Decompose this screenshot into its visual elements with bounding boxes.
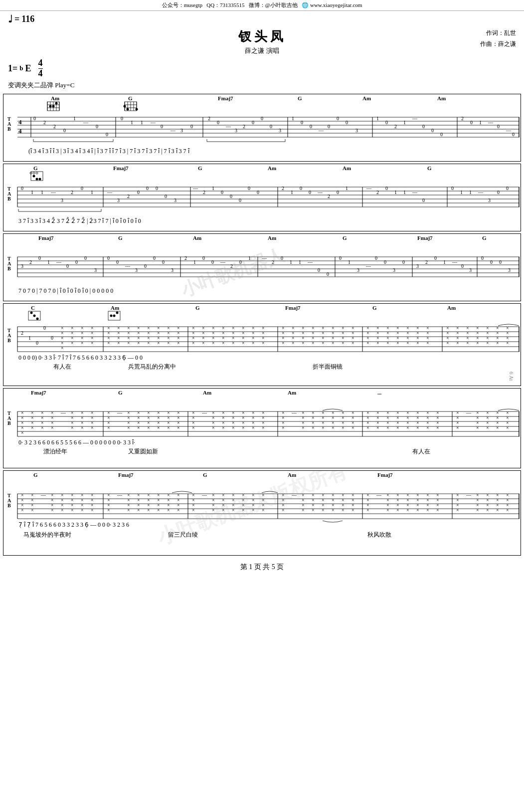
svg-text:—: — xyxy=(201,410,207,415)
svg-text:Fmaj7: Fmaj7 xyxy=(118,472,134,478)
svg-text:×: × xyxy=(406,507,409,513)
svg-text:×: × xyxy=(406,340,409,346)
svg-text:1: 1 xyxy=(469,190,472,195)
svg-text:×: × xyxy=(322,425,325,430)
svg-text:1: 1 xyxy=(212,186,214,191)
svg-point-14 xyxy=(49,105,52,107)
svg-text:×: × xyxy=(71,507,74,513)
svg-text:C: C xyxy=(31,305,35,311)
svg-text:小叶歌机器人: 小叶歌机器人 xyxy=(178,244,288,299)
svg-text:×: × xyxy=(366,507,369,513)
svg-text:Fmaj7: Fmaj7 xyxy=(377,472,393,478)
svg-text:Am: Am xyxy=(268,235,276,241)
svg-text:—: — xyxy=(317,190,323,195)
svg-text:...: ... xyxy=(377,390,382,396)
svg-text:2: 2 xyxy=(127,194,130,199)
svg-text:×: × xyxy=(137,507,140,513)
svg-text:0: 0 xyxy=(385,186,388,191)
svg-text:0: 0 xyxy=(211,259,214,265)
svg-text:B: B xyxy=(7,503,11,508)
svg-text:3: 3 xyxy=(117,198,120,203)
svg-text:3: 3 xyxy=(357,267,359,273)
tab-section-3: Fmaj7 G Am Am G Fmaj7 G T A B 3 2 0 1 — … xyxy=(3,233,521,301)
svg-text:×: × xyxy=(312,425,315,430)
svg-text:—: — xyxy=(506,128,512,133)
svg-text:×: × xyxy=(436,507,439,513)
song-title: 钗头凤 xyxy=(0,28,524,45)
svg-text:×: × xyxy=(31,425,34,430)
svg-text:3: 3 xyxy=(135,267,138,273)
svg-text:×: × xyxy=(61,345,64,351)
svg-text:×: × xyxy=(386,507,389,513)
svg-text:×: × xyxy=(21,430,24,435)
svg-text:4: 4 xyxy=(18,127,22,135)
svg-text:有人在: 有人在 xyxy=(53,363,71,370)
svg-text:0: 0 xyxy=(384,259,386,265)
svg-text:1: 1 xyxy=(443,259,446,265)
svg-text:0: 0 xyxy=(327,271,329,277)
svg-text:×: × xyxy=(426,340,429,346)
tempo-note-symbol: ♩ xyxy=(8,13,12,25)
svg-text:0: 0 xyxy=(422,198,425,203)
svg-text:1: 1 xyxy=(403,120,406,125)
svg-text:×: × xyxy=(332,340,335,346)
svg-text:×: × xyxy=(446,340,449,346)
svg-point-269 xyxy=(110,314,113,317)
svg-point-109 xyxy=(33,172,35,174)
svg-text:0: 0 xyxy=(153,255,156,261)
svg-text:×: × xyxy=(192,340,195,346)
svg-text:—: — xyxy=(192,186,198,191)
svg-text:—: — xyxy=(117,410,123,415)
lyricist: 作词：乱世 xyxy=(480,28,516,39)
svg-text:0: 0 xyxy=(230,194,232,199)
svg-text:2: 2 xyxy=(71,190,73,195)
svg-text:3: 3 xyxy=(355,128,358,133)
svg-point-267 xyxy=(36,317,39,320)
svg-text:Am: Am xyxy=(51,95,59,101)
svg-text:0: 0 xyxy=(431,128,434,133)
svg-text:0: 0 xyxy=(375,255,377,261)
svg-text:×: × xyxy=(376,340,379,346)
svg-text:0: 0 xyxy=(309,190,311,195)
svg-text:0: 0 xyxy=(162,259,165,265)
capo-instruction: 变调夹夹二品弹 Play=C xyxy=(8,81,74,89)
svg-text:0: 0 xyxy=(144,263,147,269)
svg-text:×: × xyxy=(51,425,54,430)
svg-text:×: × xyxy=(506,340,509,346)
svg-text:1: 1 xyxy=(348,259,350,265)
svg-text:—: — xyxy=(488,120,494,125)
svg-text:×: × xyxy=(137,425,140,430)
svg-text:G: G xyxy=(482,235,487,241)
svg-text:3: 3 xyxy=(235,128,237,133)
website-label: www.xiaoyegejitar.com xyxy=(310,2,362,8)
svg-text:×: × xyxy=(416,425,419,430)
svg-text:G: G xyxy=(33,472,38,478)
svg-text:2: 2 xyxy=(203,190,205,195)
tab-svg-2: G Fmaj7 G Am Am G T A B 0 1 xyxy=(3,164,522,229)
svg-text:×: × xyxy=(302,507,305,513)
svg-text:×: × xyxy=(486,425,489,430)
svg-text:1: 1 xyxy=(193,259,196,265)
svg-text:×: × xyxy=(426,425,429,430)
svg-text:漂泊经年: 漂泊经年 xyxy=(43,448,67,455)
svg-text:×: × xyxy=(466,340,469,346)
svg-text:×: × xyxy=(506,507,509,513)
svg-text:0: 0 xyxy=(43,325,46,331)
svg-text:×: × xyxy=(366,425,369,430)
svg-text:0: 0 xyxy=(84,255,87,261)
tab-svg-5: Fmaj7 G Am Am ... T A B ××××× ×××× ×××× … xyxy=(3,389,522,466)
svg-text:0: 0 xyxy=(497,190,500,195)
svg-text:×: × xyxy=(157,425,160,430)
svg-text:0: 0 xyxy=(66,263,69,269)
svg-text:3: 3 xyxy=(416,263,419,269)
svg-text:0: 0 xyxy=(461,263,464,269)
svg-text:3: 3 xyxy=(21,263,23,269)
svg-text:1: 1 xyxy=(460,190,463,195)
tab-svg-6: G Fmaj7 G Am Fmaj7 T A B ×××× ×××× — ×××… xyxy=(3,471,522,553)
svg-text:—: — xyxy=(117,492,123,498)
svg-text:×: × xyxy=(322,340,325,346)
svg-text:0: 0 xyxy=(21,186,23,191)
svg-text:0: 0 xyxy=(337,190,339,195)
svg-text:×: × xyxy=(406,425,409,430)
svg-text:×: × xyxy=(177,425,180,430)
